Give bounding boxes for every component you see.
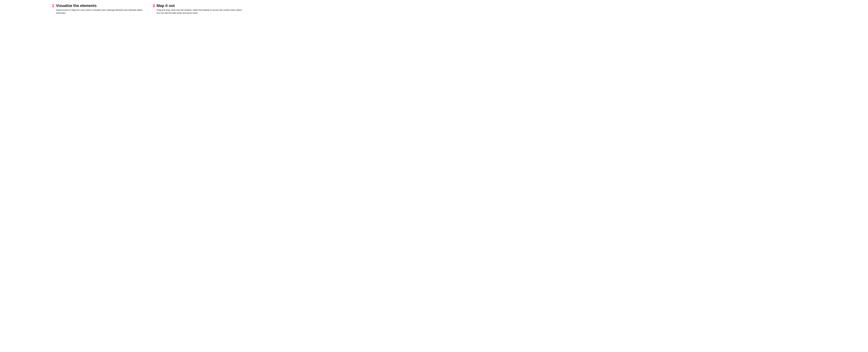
step-1-header: 1 Visualize the elements Import issues o… (52, 3, 143, 14)
step-1-number: 1 (52, 3, 54, 8)
step-1-title: Visualize the elements (56, 3, 143, 8)
step-2: 2 Map it out Drag and drop cards onto th… (153, 3, 267, 14)
step-2-number: 2 (153, 3, 155, 8)
step-2-header: 2 Map it out Drag and drop cards onto th… (153, 3, 267, 14)
step-1: 1 Visualize the elements Import issues o… (52, 3, 143, 14)
step-1-desc: Import issues or drag out Lucid cards to… (56, 9, 143, 14)
step-2-title: Map it out (157, 3, 243, 8)
step-2-desc: Drag and drop cards onto the timeline. S… (157, 9, 243, 14)
